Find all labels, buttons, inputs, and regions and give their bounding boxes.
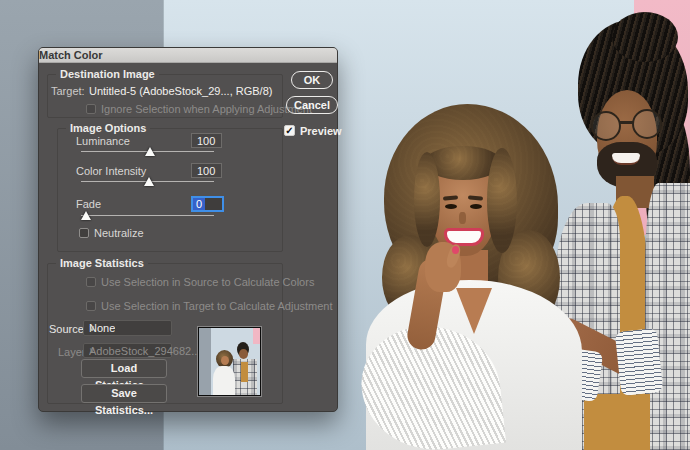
cancel-button[interactable]: Cancel [286,96,338,114]
luminance-input[interactable] [191,133,222,148]
man-glasses-right-lens [632,109,662,139]
fade-label: Fade [76,198,101,210]
dialog-title: Match Color [39,48,103,63]
thumbnail-pink-wall [253,328,261,344]
thumbnail-man-face [239,349,248,359]
target-value: Untitled-5 (AdobeStock_29..., RGB/8) [89,85,272,97]
man-glasses-left-lens [591,111,621,141]
ok-button[interactable]: OK [291,71,333,89]
load-statistics-button[interactable]: Load Statistics... [81,359,167,378]
screenshot-root: Match Color Destination Image Target: Un… [0,0,690,450]
luminance-slider-thumb[interactable] [145,147,155,156]
color-intensity-input[interactable] [191,163,222,178]
image-statistics-legend: Image Statistics [56,257,148,269]
thumbnail-woman-face [221,356,229,365]
man-sweater-lower [584,394,650,450]
use-target-label: Use Selection in Target to Calculate Adj… [101,300,333,312]
destination-image-legend: Destination Image [56,68,159,80]
woman-eye-left [445,204,457,209]
use-target-checkbox [86,301,96,311]
fade-input[interactable]: 0 [191,196,224,212]
save-statistics-button[interactable]: Save Statistics... [81,384,167,403]
neutralize-label: Neutralize [94,227,144,239]
fade-value-selected-text: 0 [193,198,205,210]
woman-side-curl-left [414,152,440,247]
use-source-label: Use Selection in Source to Calculate Col… [101,276,314,288]
man-smile [612,153,640,165]
match-color-dialog: Match Color Destination Image Target: Un… [38,47,338,412]
source-dropdown-chevron-icon: ∨ [89,324,95,333]
woman-thumbnail-polish [452,246,459,254]
luminance-label: Luminance [76,135,130,147]
preview-checkbox[interactable]: ✓ [284,125,295,136]
layer-dropdown: AdobeStock_294682... ∨ [83,343,172,358]
man-hair-bun [612,12,678,62]
layer-dropdown-chevron-icon: ∨ [89,346,95,355]
color-intensity-label: Color Intensity [76,165,146,177]
woman-eye-right [470,204,482,209]
fade-slider-thumb[interactable] [81,211,91,220]
source-image-thumbnail [198,327,261,396]
woman-nose [459,212,466,224]
preview-label: Preview [300,125,342,137]
preview-checkmark-icon: ✓ [285,125,293,136]
thumbnail-man-sweater [241,362,248,382]
thumbnail-wall-gray [199,328,211,396]
use-source-checkbox [86,277,96,287]
image-options-legend: Image Options [66,122,150,134]
source-label: Source: [49,323,87,335]
ignore-selection-label: Ignore Selection when Applying Adjustmen… [101,103,312,115]
layer-dropdown-value: AdobeStock_294682... [89,345,200,357]
man-glasses-bridge [619,121,634,124]
man-shirt-cuff-right [615,328,663,396]
color-intensity-slider-thumb[interactable] [144,177,154,186]
thumbnail-woman-blouse [213,366,235,396]
man-blazer-right [645,183,690,450]
ignore-selection-checkbox [86,104,96,114]
fade-slider-track[interactable] [81,215,214,216]
woman-side-curl-right [487,148,517,253]
source-dropdown[interactable]: None ∨ [83,320,172,336]
target-label: Target: [51,85,85,97]
dialog-titlebar[interactable]: Match Color [39,48,337,63]
neutralize-checkbox[interactable] [79,228,89,238]
